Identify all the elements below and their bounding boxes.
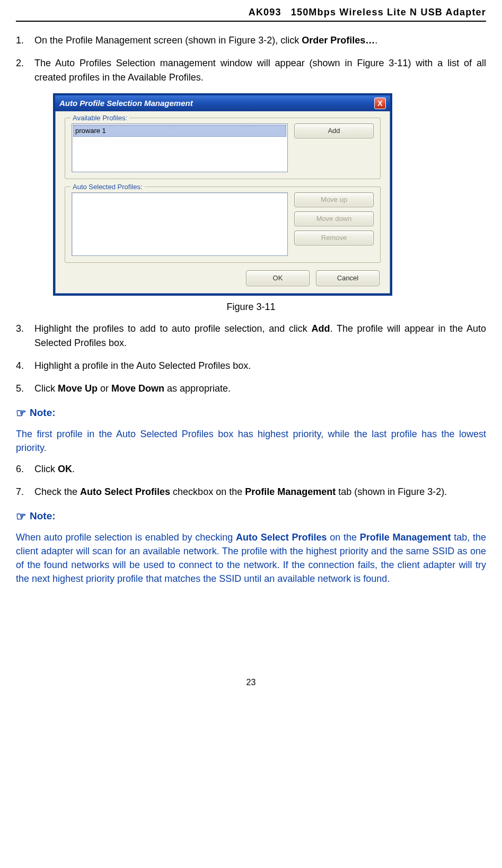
step-text: Highlight a profile in the Auto Selected… <box>34 359 486 373</box>
note-body-1: The first profile in the Auto Selected P… <box>16 427 486 455</box>
step-2: 2. The Auto Profiles Selection managemen… <box>16 56 486 85</box>
steps-list-a: 1. On the Profile Management screen (sho… <box>16 33 486 85</box>
page-header: AK093 150Mbps Wireless Lite N USB Adapte… <box>16 5 486 22</box>
step-7: 7. Check the Auto Select Profiles checkb… <box>16 485 486 499</box>
page-number: 23 <box>16 676 486 689</box>
close-button[interactable]: X <box>374 98 386 109</box>
step-num: 2. <box>16 56 34 70</box>
step-3: 3. Highlight the profiles to add to auto… <box>16 322 486 350</box>
pointing-hand-icon: ☞ <box>16 508 27 525</box>
step-5: 5. Click Move Up or Move Down as appropr… <box>16 382 486 396</box>
available-profiles-listbox[interactable]: proware 1 <box>72 123 288 172</box>
step-text: Check the Auto Select Profiles checkbox … <box>34 485 486 499</box>
step-text: Click Move Up or Move Down as appropriat… <box>34 382 486 396</box>
steps-list-c: 6. Click OK. 7. Check the Auto Select Pr… <box>16 462 486 499</box>
dialog-action-row: OK Cancel <box>65 270 381 286</box>
step-text: On the Profile Management screen (shown … <box>34 33 486 48</box>
step-num: 4. <box>16 359 34 373</box>
step-1: 1. On the Profile Management screen (sho… <box>16 33 486 48</box>
auto-selected-listbox[interactable] <box>72 192 288 256</box>
figure-3-11: Auto Profile Selection Management X Avai… <box>53 93 486 296</box>
move-up-button[interactable]: Move up <box>294 192 374 207</box>
dialog-title: Auto Profile Selection Management <box>59 98 193 110</box>
step-text: Click OK. <box>34 462 486 476</box>
step-num: 5. <box>16 382 34 396</box>
step-text: Highlight the profiles to add to auto pr… <box>34 322 486 350</box>
step-6: 6. Click OK. <box>16 462 486 476</box>
list-item[interactable]: proware 1 <box>73 125 286 137</box>
step-num: 7. <box>16 485 34 499</box>
group-label-autoselected: Auto Selected Profiles: <box>71 182 145 192</box>
note-heading-2: ☞ Note: <box>16 508 486 525</box>
ok-button[interactable]: OK <box>246 270 310 286</box>
note-label: Note: <box>30 405 56 421</box>
figure-caption: Figure 3-11 <box>16 300 486 314</box>
pointing-hand-icon: ☞ <box>16 404 27 422</box>
steps-list-b: 3. Highlight the profiles to add to auto… <box>16 322 486 396</box>
step-text: The Auto Profiles Selection management w… <box>34 56 486 85</box>
group-label-available: Available Profiles: <box>71 113 129 123</box>
header-title: 150Mbps Wireless Lite N USB Adapter <box>291 5 486 20</box>
step-4: 4. Highlight a profile in the Auto Selec… <box>16 359 486 373</box>
header-model: AK093 <box>249 5 281 20</box>
dialog-body: Available Profiles: proware 1 Add Auto S… <box>55 111 390 294</box>
note-body-2: When auto profile selection is enabled b… <box>16 530 486 586</box>
group-available-profiles: Available Profiles: proware 1 Add <box>65 118 381 179</box>
step-num: 3. <box>16 322 34 336</box>
cancel-button[interactable]: Cancel <box>316 270 380 286</box>
group-auto-selected-profiles: Auto Selected Profiles: Move up Move dow… <box>65 187 381 263</box>
move-down-button[interactable]: Move down <box>294 211 374 226</box>
note-label: Note: <box>30 509 56 524</box>
step-num: 1. <box>16 33 34 48</box>
note-heading-1: ☞ Note: <box>16 404 486 422</box>
add-button[interactable]: Add <box>294 123 374 138</box>
step-num: 6. <box>16 462 34 476</box>
dialog-titlebar: Auto Profile Selection Management X <box>55 95 390 111</box>
dialog-auto-profile-selection: Auto Profile Selection Management X Avai… <box>53 93 392 296</box>
close-icon: X <box>377 98 382 109</box>
remove-button[interactable]: Remove <box>294 231 374 245</box>
